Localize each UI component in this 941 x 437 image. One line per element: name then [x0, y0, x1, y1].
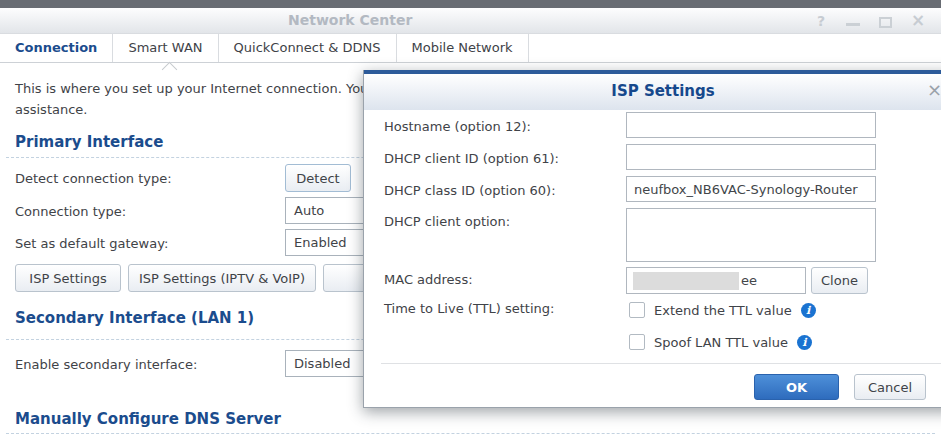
extend-ttl-label: Extend the TTL value: [654, 303, 792, 318]
window-title: Network Center: [288, 12, 412, 28]
dialog-footer-separator: [381, 363, 941, 364]
tab-quickconnect-ddns[interactable]: QuickConnect & DDNS: [219, 34, 397, 62]
spoof-ttl-checkbox[interactable]: [629, 334, 645, 350]
detect-button[interactable]: Detect: [285, 164, 351, 192]
default-gateway-label: Set as default gateway:: [15, 236, 168, 251]
window-titlebar: Network Center ? ×: [0, 8, 941, 33]
dhcp-client-id-input[interactable]: [626, 144, 876, 170]
isp-settings-dialog: ISP Settings × Hostname (option 12): DHC…: [363, 70, 941, 408]
isp-settings-button[interactable]: ISP Settings: [15, 264, 121, 292]
maximize-icon[interactable]: [879, 17, 892, 28]
hostname-input[interactable]: [626, 112, 876, 138]
info-icon[interactable]: i: [801, 303, 816, 318]
spoof-ttl-label: Spoof LAN TTL value: [654, 335, 788, 350]
clone-button[interactable]: Clone: [811, 267, 868, 294]
dhcp-class-id-input[interactable]: [626, 176, 876, 202]
intro-text-line2: assistance.: [15, 102, 87, 117]
enable-secondary-interface-label: Enable secondary interface:: [15, 357, 197, 372]
desktop-top-strip: [0, 0, 941, 8]
ttl-setting-label: Time to Live (TTL) setting:: [384, 301, 554, 316]
primary-interface-heading: Primary Interface: [15, 133, 163, 151]
intro-text-line1: This is where you set up your Internet c…: [15, 81, 385, 96]
minimize-icon[interactable]: [846, 23, 860, 26]
connection-type-label: Connection type:: [15, 204, 126, 219]
mac-redaction-block: [633, 272, 739, 290]
tab-mobile-network[interactable]: Mobile Network: [397, 34, 529, 62]
active-tab-caret: [162, 62, 178, 78]
extend-ttl-checkbox[interactable]: [629, 302, 645, 318]
ok-button[interactable]: OK: [754, 374, 839, 400]
mac-address-input[interactable]: ee: [626, 267, 806, 294]
detect-connection-type-label: Detect connection type:: [15, 171, 172, 186]
dns-server-heading: Manually Configure DNS Server: [15, 410, 281, 428]
dhcp-client-option-label: DHCP client option:: [384, 214, 510, 229]
mac-visible-suffix: ee: [741, 273, 757, 288]
dialog-header: ISP Settings: [364, 74, 941, 110]
dialog-close-icon[interactable]: ×: [927, 79, 941, 100]
tab-bar: Connection Smart WAN QuickConnect & DDNS…: [0, 33, 941, 63]
spoof-ttl-row: Spoof LAN TTL value i: [629, 334, 812, 350]
secondary-interface-heading: Secondary Interface (LAN 1): [15, 309, 254, 327]
mac-address-label: MAC address:: [384, 272, 473, 287]
dhcp-client-option-textarea[interactable]: [626, 208, 876, 262]
separator: [6, 433, 935, 434]
isp-settings-iptv-voip-button[interactable]: ISP Settings (IPTV & VoIP): [128, 264, 316, 292]
tab-connection[interactable]: Connection: [0, 34, 113, 62]
dialog-title: ISP Settings: [611, 82, 714, 100]
tab-smart-wan[interactable]: Smart WAN: [113, 34, 218, 62]
network-center-window: Network Center ? × Connection Smart WAN …: [0, 0, 941, 437]
help-icon[interactable]: ?: [817, 13, 825, 29]
close-icon[interactable]: ×: [911, 10, 925, 30]
cancel-button[interactable]: Cancel: [854, 374, 926, 400]
dhcp-client-id-label: DHCP client ID (option 61):: [384, 151, 559, 166]
info-icon[interactable]: i: [797, 335, 812, 350]
extend-ttl-row: Extend the TTL value i: [629, 302, 816, 318]
dhcp-class-id-label: DHCP class ID (option 60):: [384, 183, 556, 198]
hostname-label: Hostname (option 12):: [384, 119, 531, 134]
